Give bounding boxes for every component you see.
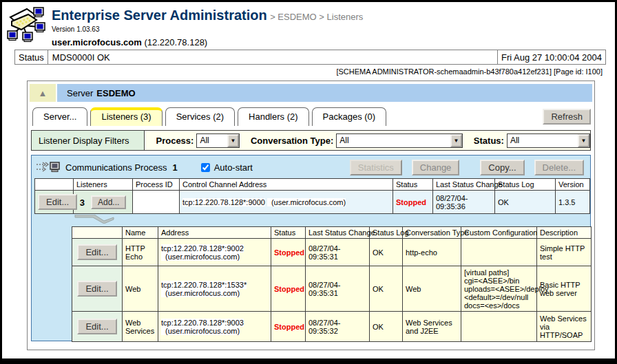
listener-address: tcp:12.220.78.128*:9003 (user.microfocus… (158, 312, 271, 342)
header-text: Enterprise Server Administration > ESDEM… (52, 5, 363, 47)
communications-process-table: Listeners Process ID Control Channel Add… (34, 178, 590, 214)
col-last-status-change: Last Status Change (433, 179, 495, 191)
tab-handlers[interactable]: Handlers (2) (238, 107, 309, 126)
breadcrumb: > ESDEMO > Listeners (270, 12, 363, 22)
tabs-row: Server... Listeners (3) Services (2) Han… (32, 107, 591, 126)
status-filter-label: Status: (474, 136, 504, 146)
col-status-log: Status Log (370, 227, 403, 239)
tab-server[interactable]: Server... (32, 107, 87, 126)
listener-status: Stopped (271, 312, 306, 342)
communications-process-row: Communications Process 1 Auto-start Stat… (34, 158, 588, 177)
listener-row-web: Edit... Web tcp:12.220.78.128*:1533* (us… (72, 266, 592, 312)
comm-table-row: Edit... 3 Add... tcp:12.220.78.128*:9000… (35, 191, 590, 214)
listener-row-http-echo: Edit... HTTP Echo tcp:12.220.78.128*:900… (72, 239, 592, 266)
session-info: [SCHEMA ADMINISTRATOR-schemaadmin-b43f78… (336, 67, 603, 76)
breadcrumb-esdemo[interactable]: ESDEMO (278, 12, 316, 22)
server-name: ESDEMO (96, 88, 135, 98)
process-version-cell: 1.3.5 (556, 191, 590, 214)
edit-listener-button[interactable]: Edit... (77, 281, 116, 297)
communications-process-title: Communications Process (65, 162, 167, 173)
process-last-change-cell: 08/27/04-09:35:36 (433, 191, 495, 214)
process-status-log-cell: OK (495, 191, 556, 214)
listener-conversation-type: http-echo (403, 239, 461, 266)
chevron-down-icon: ▼ (450, 134, 462, 147)
page-title: Enterprise Server Administration (52, 8, 267, 23)
communications-process-number: 1 (172, 162, 177, 173)
listener-conversation-type: Web (403, 266, 461, 312)
conversation-filter-select[interactable]: All ▼ (336, 133, 463, 148)
listener-description: Basic HTTP web server (537, 266, 592, 312)
status-message: MDS0000I OK (48, 52, 497, 63)
control-channel-address-cell: tcp:12.220.78.128*:9000 (user.microfocus… (180, 191, 393, 214)
server-label: Server (67, 88, 93, 98)
breadcrumb-listeners[interactable]: Listeners (327, 12, 364, 22)
status-filter-select[interactable]: All ▼ (507, 133, 590, 148)
communications-process-box: Communications Process 1 Auto-start Stat… (31, 155, 591, 341)
tab-services[interactable]: Services (2) (165, 107, 235, 126)
filter-title: Listener Display Filters (32, 131, 145, 150)
collapse-triangle-icon: ▲ (39, 88, 48, 98)
host-ip: (12.220.78.128) (144, 37, 207, 47)
listeners-table-header-row: Name Address Status Last Status Change S… (72, 227, 592, 239)
listener-status: Stopped (271, 239, 306, 266)
server-title-bar: Server ESDEMO (57, 84, 592, 102)
page-header: Enterprise Server Administration > ESDEM… (6, 5, 363, 47)
page: Enterprise Server Administration > ESDEM… (0, 0, 617, 364)
listener-status-log: OK (370, 312, 403, 342)
edit-listener-button[interactable]: Edit... (77, 319, 116, 334)
listener-row-web-services: Edit... Web Services tcp:12.220.78.128*:… (72, 312, 592, 342)
tab-packages[interactable]: Packages (0) (312, 107, 387, 126)
listener-custom-config (461, 239, 537, 266)
col-conversation-type: Conversation Type (403, 227, 461, 239)
listener-last-change: 08/27/04-09:35:31 (306, 239, 370, 266)
conversation-filter-label: Conversation Type: (251, 136, 333, 146)
chevron-down-icon: ▼ (578, 134, 589, 147)
listener-filter-bar: Listener Display Filters Process: All ▼ … (31, 130, 591, 151)
copy-button[interactable]: Copy... (480, 160, 524, 175)
process-filter-select[interactable]: All ▼ (196, 133, 240, 148)
edit-listener-button[interactable]: Edit... (77, 244, 116, 260)
listener-description: Web Services via HTTP/SOAP (537, 312, 592, 342)
col-description: Description (537, 227, 592, 239)
process-filter-label: Process: (156, 136, 194, 146)
auto-start-label: Auto-start (214, 162, 253, 173)
process-status-cell: Stopped (393, 191, 433, 214)
col-name: Name (123, 227, 158, 239)
collapse-button[interactable]: ▲ (30, 84, 56, 102)
comm-table-header-row: Listeners Process ID Control Channel Add… (35, 179, 590, 191)
status-datetime: Fri Aug 27 10:00:04 2004 (497, 50, 605, 64)
col-status: Status (271, 227, 306, 239)
status-bar: Status MDS0000I OK Fri Aug 27 10:00:04 2… (14, 50, 606, 65)
listener-name: Web (123, 266, 158, 312)
col-address: Address (158, 227, 271, 239)
network-logo-icon (6, 5, 46, 45)
auto-start-checkbox[interactable] (201, 163, 210, 172)
listeners-count: 3 (80, 197, 85, 208)
process-buttons: Statistics Change Copy... Delete... (253, 160, 588, 175)
listener-name: Web Services (123, 312, 158, 342)
listener-custom-config (461, 312, 537, 342)
server-panel: ▲ Server ESDEMO Server... Listeners (3) … (27, 81, 595, 350)
change-button[interactable]: Change (412, 160, 460, 175)
listener-last-change: 08/27/04-09:35:31 (306, 266, 370, 312)
process-id-cell (133, 191, 180, 214)
server-panel-header: ▲ Server ESDEMO (30, 84, 592, 102)
delete-button: Delete... (534, 160, 584, 175)
col-listeners: Listeners (74, 179, 133, 191)
listener-address: tcp:12.220.78.128*:9002 (user.microfocus… (158, 239, 271, 266)
tab-listeners[interactable]: Listeners (3) (90, 107, 162, 126)
process-edit-button[interactable]: Edit... (38, 194, 77, 210)
listener-last-change: 08/27/04-09:35:32 (306, 312, 370, 342)
col-process-id: Process ID (133, 179, 180, 191)
col-last-status-change: Last Status Change (306, 227, 370, 239)
listener-conversation-type: Web Services and J2EE (403, 312, 461, 342)
refresh-button[interactable]: Refresh (543, 109, 591, 125)
listener-description: Simple HTTP test (537, 239, 592, 266)
add-listener-button[interactable]: Add... (91, 195, 126, 209)
col-version: Version (556, 179, 590, 191)
listener-status-log: OK (370, 239, 403, 266)
status-label: Status (15, 50, 48, 64)
listener-custom-config: [virtual paths] cgi=<ASEE>/bin uploads=<… (461, 266, 537, 312)
chevron-down-icon: ▼ (227, 134, 239, 147)
col-control-channel-address: Control Channel Address (180, 179, 393, 191)
